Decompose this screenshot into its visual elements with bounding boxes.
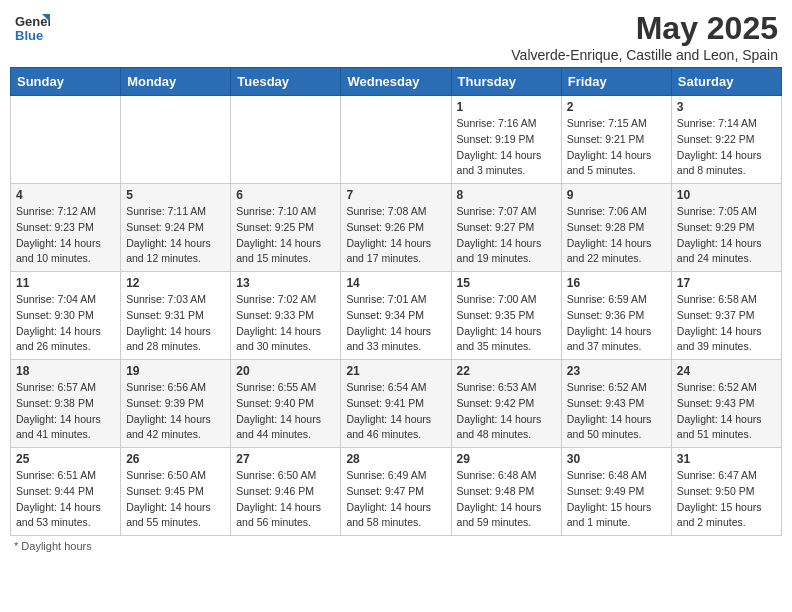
day-number: 2 [567, 100, 666, 114]
day-number: 17 [677, 276, 776, 290]
day-info: Sunrise: 7:11 AM Sunset: 9:24 PM Dayligh… [126, 204, 225, 267]
calendar-cell: 27Sunrise: 6:50 AM Sunset: 9:46 PM Dayli… [231, 448, 341, 536]
day-number: 4 [16, 188, 115, 202]
weekday-header-wednesday: Wednesday [341, 68, 451, 96]
day-info: Sunrise: 7:08 AM Sunset: 9:26 PM Dayligh… [346, 204, 445, 267]
day-number: 12 [126, 276, 225, 290]
day-number: 6 [236, 188, 335, 202]
weekday-header-saturday: Saturday [671, 68, 781, 96]
calendar-cell: 23Sunrise: 6:52 AM Sunset: 9:43 PM Dayli… [561, 360, 671, 448]
calendar-cell [121, 96, 231, 184]
day-number: 16 [567, 276, 666, 290]
day-info: Sunrise: 7:07 AM Sunset: 9:27 PM Dayligh… [457, 204, 556, 267]
footer-note: * Daylight hours [10, 540, 782, 552]
day-info: Sunrise: 7:15 AM Sunset: 9:21 PM Dayligh… [567, 116, 666, 179]
calendar-cell: 25Sunrise: 6:51 AM Sunset: 9:44 PM Dayli… [11, 448, 121, 536]
logo-graphic: General Blue [14, 10, 50, 50]
month-title: May 2025 [511, 10, 778, 47]
day-info: Sunrise: 6:48 AM Sunset: 9:48 PM Dayligh… [457, 468, 556, 531]
day-info: Sunrise: 7:00 AM Sunset: 9:35 PM Dayligh… [457, 292, 556, 355]
weekday-header-friday: Friday [561, 68, 671, 96]
day-info: Sunrise: 7:10 AM Sunset: 9:25 PM Dayligh… [236, 204, 335, 267]
calendar-cell [231, 96, 341, 184]
calendar-cell: 7Sunrise: 7:08 AM Sunset: 9:26 PM Daylig… [341, 184, 451, 272]
day-number: 8 [457, 188, 556, 202]
weekday-header-thursday: Thursday [451, 68, 561, 96]
calendar-table: SundayMondayTuesdayWednesdayThursdayFrid… [10, 67, 782, 536]
calendar-cell: 10Sunrise: 7:05 AM Sunset: 9:29 PM Dayli… [671, 184, 781, 272]
day-info: Sunrise: 6:50 AM Sunset: 9:45 PM Dayligh… [126, 468, 225, 531]
day-info: Sunrise: 7:16 AM Sunset: 9:19 PM Dayligh… [457, 116, 556, 179]
calendar-cell: 13Sunrise: 7:02 AM Sunset: 9:33 PM Dayli… [231, 272, 341, 360]
day-info: Sunrise: 6:53 AM Sunset: 9:42 PM Dayligh… [457, 380, 556, 443]
day-info: Sunrise: 7:05 AM Sunset: 9:29 PM Dayligh… [677, 204, 776, 267]
day-number: 7 [346, 188, 445, 202]
day-info: Sunrise: 7:14 AM Sunset: 9:22 PM Dayligh… [677, 116, 776, 179]
weekday-header-row: SundayMondayTuesdayWednesdayThursdayFrid… [11, 68, 782, 96]
day-info: Sunrise: 6:52 AM Sunset: 9:43 PM Dayligh… [677, 380, 776, 443]
calendar-cell [341, 96, 451, 184]
day-number: 14 [346, 276, 445, 290]
calendar-cell: 12Sunrise: 7:03 AM Sunset: 9:31 PM Dayli… [121, 272, 231, 360]
day-info: Sunrise: 6:56 AM Sunset: 9:39 PM Dayligh… [126, 380, 225, 443]
day-number: 18 [16, 364, 115, 378]
day-info: Sunrise: 7:06 AM Sunset: 9:28 PM Dayligh… [567, 204, 666, 267]
logo: General Blue [14, 10, 50, 50]
day-number: 3 [677, 100, 776, 114]
calendar-cell: 11Sunrise: 7:04 AM Sunset: 9:30 PM Dayli… [11, 272, 121, 360]
calendar-cell: 15Sunrise: 7:00 AM Sunset: 9:35 PM Dayli… [451, 272, 561, 360]
calendar-cell: 21Sunrise: 6:54 AM Sunset: 9:41 PM Dayli… [341, 360, 451, 448]
weekday-header-monday: Monday [121, 68, 231, 96]
svg-text:Blue: Blue [15, 28, 43, 43]
day-info: Sunrise: 7:04 AM Sunset: 9:30 PM Dayligh… [16, 292, 115, 355]
day-number: 25 [16, 452, 115, 466]
day-info: Sunrise: 6:49 AM Sunset: 9:47 PM Dayligh… [346, 468, 445, 531]
calendar-week-row: 18Sunrise: 6:57 AM Sunset: 9:38 PM Dayli… [11, 360, 782, 448]
day-info: Sunrise: 6:48 AM Sunset: 9:49 PM Dayligh… [567, 468, 666, 531]
day-number: 21 [346, 364, 445, 378]
calendar-week-row: 11Sunrise: 7:04 AM Sunset: 9:30 PM Dayli… [11, 272, 782, 360]
day-number: 20 [236, 364, 335, 378]
day-info: Sunrise: 6:59 AM Sunset: 9:36 PM Dayligh… [567, 292, 666, 355]
calendar-cell: 2Sunrise: 7:15 AM Sunset: 9:21 PM Daylig… [561, 96, 671, 184]
calendar-cell: 9Sunrise: 7:06 AM Sunset: 9:28 PM Daylig… [561, 184, 671, 272]
day-number: 30 [567, 452, 666, 466]
day-number: 9 [567, 188, 666, 202]
day-number: 26 [126, 452, 225, 466]
calendar-week-row: 4Sunrise: 7:12 AM Sunset: 9:23 PM Daylig… [11, 184, 782, 272]
day-info: Sunrise: 6:57 AM Sunset: 9:38 PM Dayligh… [16, 380, 115, 443]
calendar-cell: 3Sunrise: 7:14 AM Sunset: 9:22 PM Daylig… [671, 96, 781, 184]
calendar-week-row: 1Sunrise: 7:16 AM Sunset: 9:19 PM Daylig… [11, 96, 782, 184]
day-number: 15 [457, 276, 556, 290]
day-number: 11 [16, 276, 115, 290]
calendar-cell: 20Sunrise: 6:55 AM Sunset: 9:40 PM Dayli… [231, 360, 341, 448]
calendar-cell: 5Sunrise: 7:11 AM Sunset: 9:24 PM Daylig… [121, 184, 231, 272]
calendar-cell: 14Sunrise: 7:01 AM Sunset: 9:34 PM Dayli… [341, 272, 451, 360]
day-number: 27 [236, 452, 335, 466]
day-number: 24 [677, 364, 776, 378]
day-number: 28 [346, 452, 445, 466]
calendar-cell: 28Sunrise: 6:49 AM Sunset: 9:47 PM Dayli… [341, 448, 451, 536]
day-info: Sunrise: 6:51 AM Sunset: 9:44 PM Dayligh… [16, 468, 115, 531]
calendar-cell: 4Sunrise: 7:12 AM Sunset: 9:23 PM Daylig… [11, 184, 121, 272]
day-info: Sunrise: 7:12 AM Sunset: 9:23 PM Dayligh… [16, 204, 115, 267]
day-info: Sunrise: 6:50 AM Sunset: 9:46 PM Dayligh… [236, 468, 335, 531]
calendar-cell: 18Sunrise: 6:57 AM Sunset: 9:38 PM Dayli… [11, 360, 121, 448]
weekday-header-tuesday: Tuesday [231, 68, 341, 96]
calendar-cell: 19Sunrise: 6:56 AM Sunset: 9:39 PM Dayli… [121, 360, 231, 448]
calendar-cell: 29Sunrise: 6:48 AM Sunset: 9:48 PM Dayli… [451, 448, 561, 536]
day-number: 5 [126, 188, 225, 202]
day-number: 22 [457, 364, 556, 378]
calendar-cell: 26Sunrise: 6:50 AM Sunset: 9:45 PM Dayli… [121, 448, 231, 536]
calendar-cell: 6Sunrise: 7:10 AM Sunset: 9:25 PM Daylig… [231, 184, 341, 272]
calendar-cell: 1Sunrise: 7:16 AM Sunset: 9:19 PM Daylig… [451, 96, 561, 184]
day-info: Sunrise: 6:47 AM Sunset: 9:50 PM Dayligh… [677, 468, 776, 531]
title-section: May 2025 Valverde-Enrique, Castille and … [511, 10, 778, 63]
calendar-cell: 16Sunrise: 6:59 AM Sunset: 9:36 PM Dayli… [561, 272, 671, 360]
day-info: Sunrise: 7:02 AM Sunset: 9:33 PM Dayligh… [236, 292, 335, 355]
day-info: Sunrise: 6:52 AM Sunset: 9:43 PM Dayligh… [567, 380, 666, 443]
calendar-cell: 31Sunrise: 6:47 AM Sunset: 9:50 PM Dayli… [671, 448, 781, 536]
day-number: 1 [457, 100, 556, 114]
day-number: 31 [677, 452, 776, 466]
location-title: Valverde-Enrique, Castille and Leon, Spa… [511, 47, 778, 63]
